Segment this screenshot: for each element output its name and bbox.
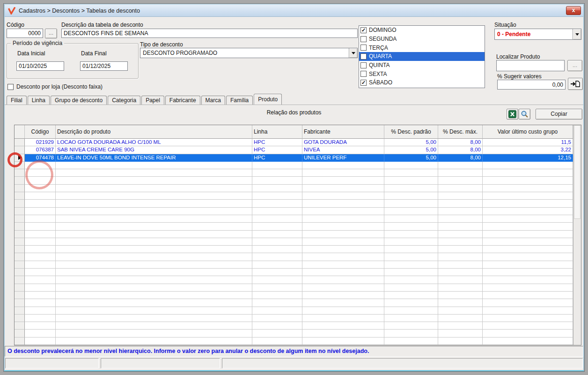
grid-cell-valor[interactable] (483, 299, 573, 307)
apply-values-button[interactable] (568, 78, 583, 90)
grid-cell-linha[interactable]: HPC (252, 154, 302, 162)
grid-cell-valor[interactable] (483, 284, 573, 292)
grid-cell-desc_max[interactable] (438, 276, 483, 284)
grid-cell-desc_padrao[interactable] (384, 299, 438, 307)
grid-cell-codigo[interactable] (25, 223, 56, 230)
grid-cell-descricao[interactable] (56, 269, 252, 276)
weekday-item-terça[interactable]: TERÇA (359, 43, 485, 52)
close-button[interactable]: x (566, 6, 581, 15)
grid-cell-codigo[interactable]: 074478 (25, 154, 56, 162)
table-row[interactable]: 021929LOCAO GOTA DOURADA ALHO C/100 MLHP… (15, 139, 573, 146)
grid-cell-desc_max[interactable]: 8,00 (438, 139, 483, 146)
grid-cell-valor[interactable] (483, 292, 573, 299)
row-indicator-cell[interactable] (15, 322, 25, 330)
grid-cell-fabricante[interactable]: UNILEVER PERF (302, 154, 384, 162)
grid-cell-codigo[interactable] (25, 231, 56, 238)
grid-cell-desc_max[interactable] (438, 322, 483, 330)
grid-cell-codigo[interactable] (25, 276, 56, 284)
data-inicial-input[interactable] (16, 61, 64, 71)
grid-cell-desc_padrao[interactable] (384, 246, 438, 253)
grid-cell-linha[interactable]: HPC (252, 146, 302, 154)
grid-cell-descricao[interactable] (56, 231, 252, 238)
checkbox-icon[interactable] (360, 80, 367, 86)
grid-cell-codigo[interactable] (25, 269, 56, 276)
grid-cell-desc_max[interactable] (438, 253, 483, 261)
tab-família[interactable]: Família (226, 96, 253, 105)
grid-cell-fabricante[interactable] (302, 208, 384, 215)
grid-cell-codigo[interactable] (25, 253, 56, 261)
grid-cell-linha[interactable] (252, 208, 302, 215)
grid-cell-desc_max[interactable] (438, 185, 483, 192)
table-row-empty[interactable] (15, 315, 573, 322)
weekday-list[interactable]: DOMINGOSEGUNDATERÇAQUARTAQUINTASEXTASÁBA… (359, 25, 485, 88)
grid-cell-codigo[interactable] (25, 338, 56, 345)
weekday-item-segunda[interactable]: SEGUNDA (359, 35, 485, 44)
grid-cell-fabricante[interactable] (302, 162, 384, 169)
row-indicator-cell[interactable] (15, 169, 25, 177)
grid-cell-desc_padrao[interactable] (384, 192, 438, 200)
grid-cell-fabricante[interactable] (302, 261, 384, 269)
tab-fabricante[interactable]: Fabricante (165, 96, 200, 105)
table-row[interactable]: 076387SAB NIVEA CREME CARE 90GHPCNIVEA5,… (15, 146, 573, 154)
weekday-item-sábado[interactable]: SÁBADO (359, 78, 485, 87)
row-indicator-cell[interactable] (15, 299, 25, 307)
grid-cell-codigo[interactable] (25, 215, 56, 223)
grid-cell-valor[interactable] (483, 231, 573, 238)
grid-cell-desc_max[interactable] (438, 177, 483, 184)
grid-cell-fabricante[interactable] (302, 177, 384, 184)
grid-cell-linha[interactable] (252, 223, 302, 230)
grid-cell-codigo[interactable] (25, 322, 56, 330)
grid-cell-linha[interactable] (252, 307, 302, 315)
grid-cell-codigo[interactable] (25, 307, 56, 315)
grid-cell-descricao[interactable] (56, 253, 252, 261)
table-row-empty[interactable] (15, 299, 573, 307)
grid-cell-desc_max[interactable] (438, 215, 483, 223)
grid-cell-desc_padrao[interactable]: 5,00 (384, 139, 438, 146)
grid-cell-linha[interactable] (252, 185, 302, 192)
grid-cell-codigo[interactable] (25, 208, 56, 215)
grid-cell-fabricante[interactable]: GOTA DOURADA (302, 139, 384, 146)
grid-cell-descricao[interactable] (56, 177, 252, 184)
checkbox-icon[interactable] (360, 62, 367, 68)
table-row-empty[interactable] (15, 307, 573, 315)
row-indicator-cell[interactable] (15, 200, 25, 207)
row-indicator-cell[interactable] (15, 223, 25, 230)
tab-linha[interactable]: Linha (28, 96, 50, 105)
row-indicator-cell[interactable] (15, 231, 25, 238)
situacao-combobox[interactable]: 0 - Pendente (494, 29, 581, 40)
grid-cell-linha[interactable] (252, 169, 302, 177)
grid-cell-valor[interactable] (483, 223, 573, 230)
grid-cell-descricao[interactable] (56, 338, 252, 345)
grid-cell-linha[interactable] (252, 315, 302, 322)
grid-cell-valor[interactable] (483, 307, 573, 315)
grid-cell-valor[interactable] (483, 177, 573, 184)
grid-cell-desc_max[interactable] (438, 307, 483, 315)
grid-cell-valor[interactable] (483, 315, 573, 322)
table-row-empty[interactable] (15, 223, 573, 230)
grid-cell-valor[interactable] (483, 338, 573, 345)
tab-filial[interactable]: Filial (7, 96, 27, 105)
grid-cell-descricao[interactable]: LOCAO GOTA DOURADA ALHO C/100 ML (56, 139, 252, 146)
grid-cell-valor[interactable] (483, 215, 573, 223)
grid-cell-fabricante[interactable] (302, 269, 384, 276)
grid-cell-linha[interactable] (252, 177, 302, 184)
vertical-scrollbar[interactable] (573, 125, 581, 345)
grid-cell-desc_padrao[interactable] (384, 261, 438, 269)
grid-cell-desc_padrao[interactable] (384, 315, 438, 322)
grid-cell-fabricante[interactable]: NIVEA (302, 146, 384, 154)
scrollbar-thumb[interactable] (574, 125, 581, 219)
desconto-loja-checkbox[interactable]: Desconto por loja (Desconto faixa) (7, 83, 103, 90)
grid-cell-desc_padrao[interactable] (384, 330, 438, 337)
row-indicator-cell[interactable] (15, 215, 25, 223)
table-row-empty[interactable] (15, 338, 573, 345)
row-indicator-cell[interactable] (15, 238, 25, 246)
table-row-empty[interactable] (15, 246, 573, 253)
grid-cell-descricao[interactable] (56, 169, 252, 177)
row-indicator-cell[interactable] (15, 146, 25, 154)
grid-cell-codigo[interactable] (25, 299, 56, 307)
grid-cell-desc_max[interactable] (438, 246, 483, 253)
grid-cell-desc_padrao[interactable] (384, 208, 438, 215)
grid-cell-descricao[interactable] (56, 238, 252, 246)
grid-cell-codigo[interactable] (25, 246, 56, 253)
grid-cell-desc_max[interactable] (438, 269, 483, 276)
